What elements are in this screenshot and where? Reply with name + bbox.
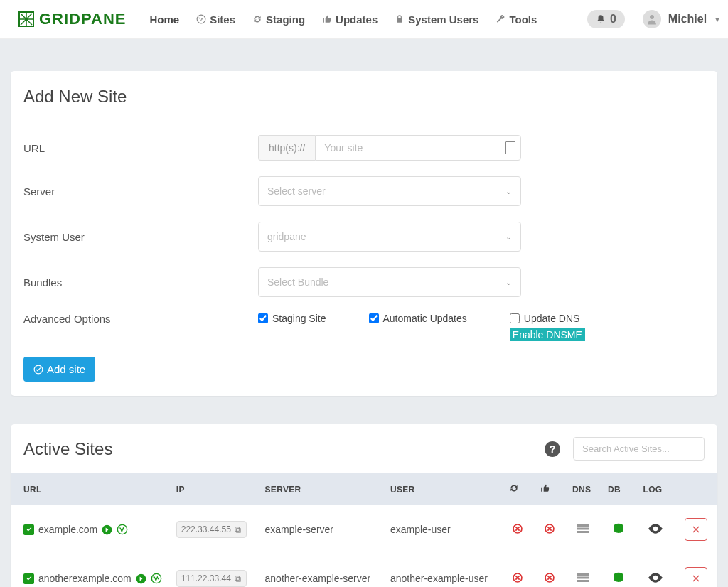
site-url[interactable]: example.com bbox=[38, 524, 97, 535]
svg-rect-21 bbox=[577, 573, 589, 576]
topbar-left: GRIDPANE Home Sites Staging Updates Syst… bbox=[18, 9, 542, 30]
svg-rect-7 bbox=[236, 528, 240, 532]
nav-tools[interactable]: Tools bbox=[490, 9, 542, 30]
add-site-panel: Add New Site URL http(s):// Server Selec… bbox=[11, 71, 717, 396]
url-prefix: http(s):// bbox=[258, 135, 315, 161]
staging-checkbox[interactable] bbox=[258, 313, 268, 323]
updates-status-icon[interactable] bbox=[544, 523, 555, 534]
brand-logo[interactable]: GRIDPANE bbox=[18, 10, 127, 28]
wordpress-icon bbox=[196, 14, 206, 24]
active-sites-header: Active Sites ? bbox=[11, 424, 717, 473]
auto-updates-checkbox-wrap[interactable]: Automatic Updates bbox=[369, 313, 467, 324]
nav-system-users-label: System Users bbox=[408, 14, 478, 26]
server-select[interactable]: Select server ⌄ bbox=[258, 176, 521, 206]
staging-checkbox-wrap[interactable]: Staging Site bbox=[258, 313, 326, 324]
bell-icon bbox=[596, 14, 606, 24]
thumbs-up-icon bbox=[540, 483, 550, 493]
add-site-title: Add New Site bbox=[11, 71, 717, 114]
add-site-button[interactable]: Add site bbox=[23, 357, 95, 382]
delete-button[interactable] bbox=[685, 567, 707, 587]
th-url[interactable]: URL bbox=[11, 473, 169, 505]
th-updates[interactable] bbox=[533, 473, 565, 505]
nav-staging[interactable]: Staging bbox=[247, 9, 311, 30]
th-db[interactable]: DB bbox=[601, 473, 636, 505]
user-name: Michiel bbox=[668, 13, 707, 26]
copy-icon bbox=[234, 575, 242, 583]
nav-staging-label: Staging bbox=[266, 14, 305, 26]
server-select-text: Select server bbox=[267, 185, 326, 197]
go-icon[interactable] bbox=[136, 573, 146, 584]
staging-status-icon[interactable] bbox=[512, 572, 523, 583]
updates-status-icon[interactable] bbox=[544, 572, 555, 583]
url-row: URL http(s):// bbox=[23, 135, 705, 161]
log-icon[interactable] bbox=[636, 554, 675, 588]
advanced-row: Advanced Options Staging Site Automatic … bbox=[23, 313, 705, 341]
ip-badge[interactable]: 222.33.44.55 bbox=[176, 521, 247, 538]
active-sites-title: Active Sites bbox=[23, 439, 112, 459]
nav-tools-label: Tools bbox=[509, 14, 537, 26]
nav-home[interactable]: Home bbox=[144, 9, 186, 30]
user-menu[interactable]: Michiel ▼ bbox=[643, 10, 721, 28]
active-sites-search[interactable] bbox=[573, 437, 705, 461]
lock-icon bbox=[395, 14, 405, 24]
advanced-label: Advanced Options bbox=[23, 313, 258, 325]
svg-rect-12 bbox=[577, 527, 589, 529]
nav-home-label: Home bbox=[150, 14, 180, 26]
go-icon[interactable] bbox=[102, 524, 112, 535]
refresh-icon bbox=[509, 483, 519, 493]
auto-updates-checkbox[interactable] bbox=[369, 313, 379, 323]
dns-icon[interactable] bbox=[565, 554, 601, 588]
site-url[interactable]: anotherexample.com bbox=[38, 573, 132, 584]
db-icon[interactable] bbox=[601, 505, 636, 554]
ip-badge[interactable]: 111.22.33.44 bbox=[176, 570, 247, 587]
svg-rect-2 bbox=[397, 18, 402, 23]
bundles-row: Bundles Select Bundle ⌄ bbox=[23, 267, 705, 297]
staging-status-icon[interactable] bbox=[512, 523, 523, 534]
nav-updates-label: Updates bbox=[336, 14, 378, 26]
user-icon bbox=[646, 13, 658, 26]
server-label: Server bbox=[23, 185, 258, 198]
bundles-select[interactable]: Select Bundle ⌄ bbox=[258, 267, 521, 297]
nav-sites[interactable]: Sites bbox=[191, 9, 241, 30]
update-dns-checkbox-wrap[interactable]: Update DNS bbox=[510, 313, 585, 324]
page-container: Add New Site URL http(s):// Server Selec… bbox=[0, 39, 728, 587]
update-dns-checkbox[interactable] bbox=[510, 313, 520, 323]
notifications-badge[interactable]: 0 bbox=[587, 10, 625, 28]
user-cell: example-user bbox=[383, 505, 502, 554]
wordpress-icon[interactable] bbox=[117, 524, 128, 535]
db-icon[interactable] bbox=[601, 554, 636, 588]
chevron-down-icon: ⌄ bbox=[505, 232, 512, 242]
wordpress-icon[interactable] bbox=[151, 573, 162, 584]
nav-updates[interactable]: Updates bbox=[316, 9, 383, 30]
system-user-select[interactable]: gridpane ⌄ bbox=[258, 222, 521, 252]
svg-point-1 bbox=[197, 15, 205, 23]
refresh-icon bbox=[252, 14, 262, 24]
log-icon[interactable] bbox=[636, 505, 675, 554]
th-log[interactable]: LOG bbox=[636, 473, 675, 505]
th-user[interactable]: USER bbox=[383, 473, 502, 505]
th-staging[interactable] bbox=[502, 473, 534, 505]
help-icon[interactable]: ? bbox=[545, 441, 560, 457]
avatar bbox=[643, 10, 661, 28]
system-user-row: System User gridpane ⌄ bbox=[23, 222, 705, 252]
url-label: URL bbox=[23, 142, 258, 154]
update-dns-label: Update DNS bbox=[524, 313, 580, 324]
th-server[interactable]: SERVER bbox=[258, 473, 383, 505]
table-header-row: URL IP SERVER USER DNS DB LOG bbox=[11, 473, 717, 505]
url-input[interactable] bbox=[315, 135, 521, 161]
nav-system-users[interactable]: System Users bbox=[389, 9, 484, 30]
th-actions bbox=[675, 473, 717, 505]
bundles-select-text: Select Bundle bbox=[267, 276, 328, 288]
server-cell: example-server bbox=[258, 505, 383, 554]
logo-icon bbox=[18, 11, 35, 28]
th-dns[interactable]: DNS bbox=[565, 473, 601, 505]
active-sites-table: URL IP SERVER USER DNS DB LOG example.co… bbox=[11, 473, 717, 587]
delete-button[interactable] bbox=[685, 518, 707, 541]
enable-dnsme-link[interactable]: Enable DNSME bbox=[510, 328, 585, 341]
staging-label: Staging Site bbox=[272, 313, 326, 324]
chevron-down-icon: ▼ bbox=[714, 16, 721, 23]
th-ip[interactable]: IP bbox=[169, 473, 258, 505]
url-field: http(s):// bbox=[258, 135, 521, 161]
brand-text: GRIDPANE bbox=[39, 10, 127, 28]
dns-icon[interactable] bbox=[565, 505, 601, 554]
